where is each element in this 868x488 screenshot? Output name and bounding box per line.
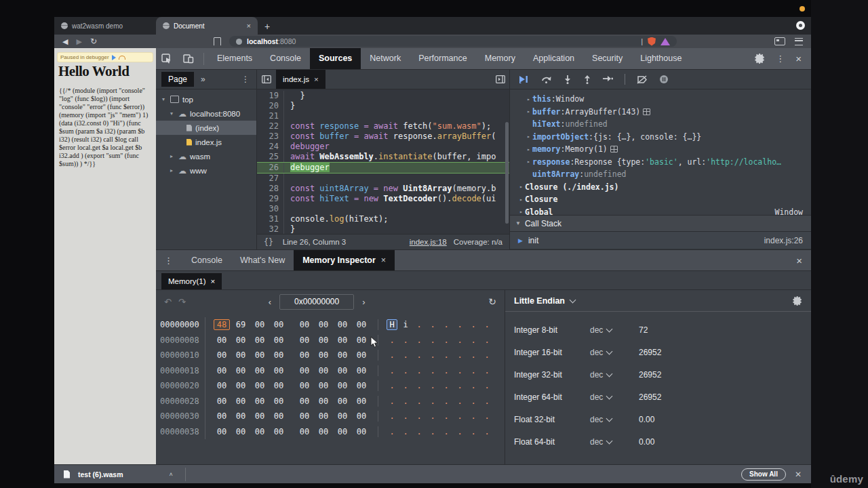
memory-byte[interactable]: 00 bbox=[334, 350, 351, 361]
tab-performance[interactable]: Performance bbox=[410, 48, 476, 69]
editor-scrollbar[interactable] bbox=[505, 122, 509, 224]
memory-byte[interactable]: 00 bbox=[252, 380, 268, 391]
step-into-button[interactable] bbox=[564, 75, 572, 84]
drawer-tab[interactable]: What's New bbox=[231, 250, 294, 270]
ascii-char[interactable]: . bbox=[387, 335, 397, 346]
tree-item[interactable]: (index) bbox=[156, 121, 256, 135]
memory-byte[interactable]: 00 bbox=[315, 365, 332, 376]
download-bar-close-icon[interactable]: ✕ bbox=[795, 470, 802, 479]
memory-byte[interactable]: 00 bbox=[353, 411, 370, 422]
code-line[interactable]: 28const uint8Array = new Uint8Array(memo… bbox=[257, 184, 509, 194]
step-over-button[interactable] bbox=[541, 75, 552, 83]
browser-tab[interactable]: wat2wasm demo bbox=[54, 17, 156, 35]
ascii-char[interactable]: . bbox=[387, 426, 397, 437]
format-select[interactable]: dec bbox=[590, 325, 639, 335]
memory-byte[interactable]: 00 bbox=[353, 365, 370, 376]
line-number[interactable]: 19 bbox=[257, 91, 284, 101]
browser-tab[interactable]: Document× bbox=[156, 17, 258, 35]
memory-byte[interactable]: 00 bbox=[315, 426, 332, 437]
ascii-char[interactable]: . bbox=[400, 365, 411, 376]
expand-arrow-icon[interactable]: ▸ bbox=[517, 197, 525, 203]
memory-byte[interactable]: 00 bbox=[296, 319, 313, 330]
refresh-icon[interactable]: ↻ bbox=[488, 296, 496, 307]
memory-byte[interactable]: 00 bbox=[233, 380, 249, 391]
memory-byte[interactable]: 00 bbox=[296, 350, 313, 361]
memory-byte[interactable]: 00 bbox=[271, 335, 287, 346]
ascii-char[interactable]: . bbox=[454, 365, 465, 376]
ascii-char[interactable]: . bbox=[427, 335, 438, 346]
ascii-char[interactable]: . bbox=[400, 411, 411, 422]
close-icon[interactable]: × bbox=[247, 22, 251, 30]
format-select[interactable]: dec bbox=[590, 415, 639, 424]
expand-arrow-icon[interactable]: ▸ bbox=[525, 159, 532, 165]
line-number[interactable]: 22 bbox=[257, 121, 284, 131]
ascii-char[interactable]: . bbox=[414, 396, 425, 407]
ascii-char[interactable]: . bbox=[441, 411, 452, 422]
memory-byte[interactable]: 00 bbox=[271, 426, 287, 437]
memory-byte[interactable]: 00 bbox=[233, 396, 249, 407]
new-tab-button[interactable]: + bbox=[258, 21, 277, 35]
line-number[interactable]: 30 bbox=[257, 204, 284, 214]
ascii-char[interactable]: . bbox=[454, 426, 465, 437]
memory-byte[interactable]: 00 bbox=[271, 350, 287, 361]
endianness-select[interactable]: Little Endian bbox=[514, 296, 565, 306]
scope-row[interactable]: uint8Array: undefined bbox=[510, 168, 811, 181]
record-button-icon[interactable] bbox=[796, 21, 805, 30]
ascii-char[interactable]: . bbox=[441, 350, 452, 361]
format-icon[interactable]: {} bbox=[264, 237, 273, 247]
show-all-button[interactable]: Show All bbox=[741, 468, 786, 481]
ascii-char[interactable]: . bbox=[400, 426, 411, 437]
ascii-char[interactable]: . bbox=[468, 426, 479, 437]
line-number[interactable]: 31 bbox=[257, 214, 284, 224]
ascii-char[interactable]: . bbox=[481, 350, 492, 361]
back-icon[interactable]: ◀ bbox=[62, 38, 68, 45]
tab-network[interactable]: Network bbox=[361, 48, 410, 69]
memory-byte[interactable]: 00 bbox=[233, 411, 249, 422]
memory-byte[interactable]: 00 bbox=[271, 396, 287, 407]
memory-byte[interactable]: 00 bbox=[334, 396, 351, 407]
memory-byte[interactable]: 00 bbox=[353, 335, 370, 346]
memory-byte[interactable]: 00 bbox=[271, 411, 287, 422]
ascii-char[interactable]: . bbox=[441, 396, 452, 407]
memory-byte[interactable]: 00 bbox=[214, 426, 230, 437]
tree-item[interactable]: ▸☁www bbox=[156, 163, 256, 178]
memory-byte[interactable]: 00 bbox=[252, 411, 268, 422]
expand-arrow-icon[interactable]: ▸ bbox=[525, 146, 532, 152]
ascii-char[interactable]: . bbox=[481, 426, 492, 437]
code-line[interactable]: 24debugger bbox=[257, 142, 509, 152]
ascii-char[interactable]: . bbox=[387, 365, 397, 376]
ascii-char[interactable]: i bbox=[400, 319, 411, 330]
hide-navigator-icon[interactable] bbox=[262, 75, 271, 83]
ascii-char[interactable]: . bbox=[454, 350, 465, 361]
line-number[interactable]: 20 bbox=[257, 101, 284, 111]
reload-icon[interactable]: ↻ bbox=[90, 37, 97, 45]
memory-byte[interactable]: 00 bbox=[296, 411, 313, 422]
ascii-char[interactable]: . bbox=[468, 319, 479, 330]
scope-row[interactable]: ▸importObject: {js: {…}, console: {…}} bbox=[510, 131, 811, 144]
ascii-char[interactable]: . bbox=[400, 335, 411, 346]
drawer-menu-icon[interactable]: ⋮ bbox=[164, 256, 173, 266]
memory-byte[interactable]: 48 bbox=[214, 319, 230, 330]
format-select[interactable]: dec bbox=[590, 370, 639, 380]
memory-byte[interactable]: 00 bbox=[271, 319, 287, 330]
download-filename[interactable]: test (6).wasm bbox=[78, 470, 123, 479]
drawer-tab[interactable]: Console bbox=[182, 250, 231, 270]
prev-page-icon[interactable]: ‹ bbox=[269, 297, 271, 307]
code-line[interactable]: 29const hiText = new TextDecoder().decod… bbox=[257, 194, 509, 204]
settings-gear-icon[interactable] bbox=[755, 54, 765, 64]
ascii-char[interactable]: . bbox=[427, 380, 438, 391]
memory-byte[interactable]: 00 bbox=[214, 411, 230, 422]
memory-byte[interactable]: 00 bbox=[214, 396, 230, 407]
line-number[interactable]: 23 bbox=[257, 131, 284, 142]
memory-byte[interactable]: 00 bbox=[334, 335, 351, 346]
call-stack-header[interactable]: ▼ Call Stack bbox=[510, 215, 811, 232]
ascii-char[interactable]: . bbox=[481, 335, 492, 346]
memory-byte[interactable]: 00 bbox=[334, 380, 351, 391]
tree-item[interactable]: ▸☁wasm bbox=[156, 149, 256, 163]
ascii-char[interactable]: . bbox=[427, 319, 438, 330]
memory-byte[interactable]: 00 bbox=[252, 365, 268, 376]
code-line[interactable]: 27 bbox=[257, 174, 509, 184]
ascii-char[interactable]: . bbox=[454, 380, 465, 391]
memory-inspector-icon[interactable] bbox=[643, 108, 650, 115]
show-debugger-icon[interactable] bbox=[496, 75, 505, 83]
